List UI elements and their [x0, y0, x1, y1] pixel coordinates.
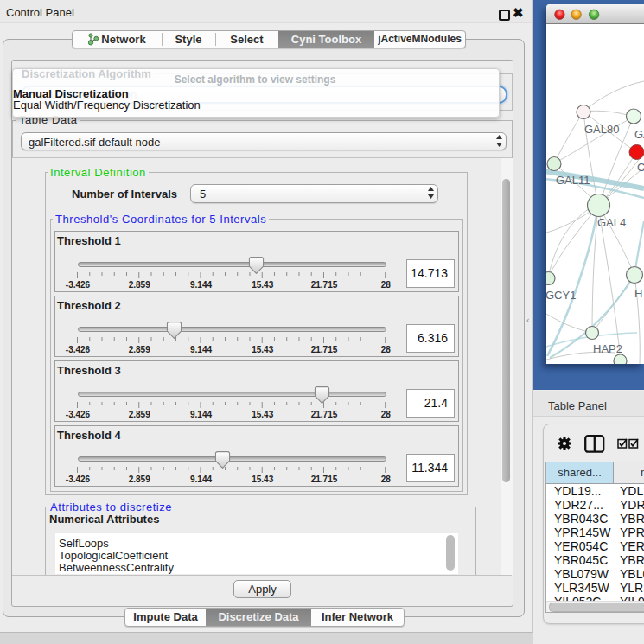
svg-text:HAP2: HAP2 [593, 342, 622, 355]
svg-text:GAL: GAL [634, 128, 644, 141]
svg-text:GAL80: GAL80 [584, 123, 619, 136]
svg-text:H: H [634, 287, 642, 300]
svg-text:GAL11: GAL11 [556, 174, 590, 187]
svg-text:GCY1: GCY1 [546, 289, 576, 302]
svg-text:C: C [637, 161, 644, 174]
svg-text:GAL4: GAL4 [597, 216, 626, 229]
